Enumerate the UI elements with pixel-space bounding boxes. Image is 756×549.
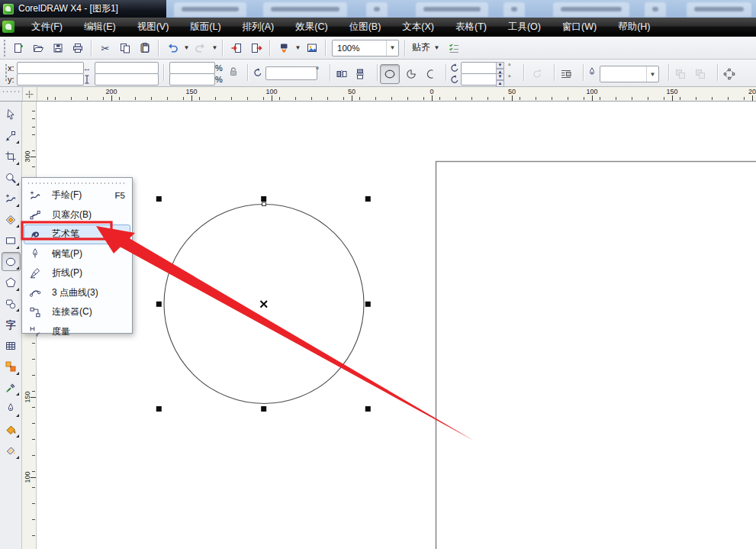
import-button[interactable] bbox=[227, 38, 246, 58]
x-position-field[interactable] bbox=[17, 62, 84, 74]
polygon-tool[interactable] bbox=[2, 273, 21, 292]
flyout-item-6[interactable]: 3 点曲线(3) bbox=[24, 283, 130, 303]
ruler-origin-icon[interactable] bbox=[22, 87, 37, 101]
crop-tool[interactable] bbox=[2, 147, 21, 166]
mirror-vertical-button[interactable] bbox=[351, 65, 369, 83]
rotation-angle-field[interactable] bbox=[265, 66, 317, 80]
flyout-item-8[interactable]: I度量 bbox=[24, 322, 130, 342]
view-options-button[interactable] bbox=[444, 38, 464, 58]
export-button[interactable] bbox=[246, 38, 266, 58]
toolbar-separator bbox=[404, 40, 406, 57]
zoom-dropdown-icon[interactable]: ▼ bbox=[386, 40, 398, 56]
to-front-of-layer-button[interactable] bbox=[691, 65, 709, 83]
snap-dropdown-icon[interactable]: ▼ bbox=[433, 44, 441, 51]
menu-item-2[interactable]: 编辑(E) bbox=[73, 18, 127, 36]
interactive-fill-tool[interactable] bbox=[2, 441, 21, 460]
cut-button[interactable]: ✂ bbox=[95, 38, 115, 58]
wrap-text-button[interactable] bbox=[557, 65, 575, 83]
menu-item-7[interactable]: 位图(B) bbox=[339, 18, 392, 36]
menu-item-6[interactable]: 效果(C) bbox=[285, 18, 338, 36]
outline-width-combo[interactable]: ▼ bbox=[600, 66, 659, 82]
print-button[interactable] bbox=[68, 38, 88, 58]
application-launcher-button[interactable] bbox=[274, 38, 294, 58]
fill-tool[interactable] bbox=[2, 420, 21, 439]
horizontal-ruler[interactable]: 2001501005005010015020 bbox=[37, 87, 756, 101]
end-angle-field[interactable] bbox=[461, 73, 499, 86]
flyout-item-3[interactable]: 艺术笔I bbox=[24, 224, 130, 244]
mirror-horizontal-button[interactable] bbox=[333, 65, 351, 83]
scale-horizontal-field[interactable] bbox=[169, 62, 215, 74]
menu-item-10[interactable]: 工具(O) bbox=[497, 18, 552, 36]
background-tab[interactable] bbox=[687, 2, 751, 17]
toolbox-drag-handle[interactable] bbox=[0, 87, 23, 101]
background-tab[interactable] bbox=[503, 2, 525, 17]
object-width-field[interactable] bbox=[95, 62, 159, 74]
freehand-tool[interactable] bbox=[2, 189, 21, 208]
lock-ratio-icon[interactable] bbox=[227, 66, 240, 78]
interactive-blend-tool[interactable] bbox=[2, 357, 21, 376]
copy-button[interactable] bbox=[115, 38, 135, 58]
end-angle-spinner[interactable]: ▼▲ bbox=[496, 73, 504, 87]
zoom-level-combo[interactable]: 100%▼ bbox=[332, 40, 399, 57]
background-tab[interactable] bbox=[416, 2, 488, 17]
menu-item-8[interactable]: 文本(X) bbox=[391, 18, 445, 36]
to-back-of-layer-button[interactable] bbox=[671, 65, 690, 83]
pick-tool[interactable] bbox=[2, 105, 21, 124]
toolbar-grip[interactable] bbox=[2, 40, 7, 57]
coreldraw-window: CorelDRAW X4 - [图形1] 文件(F)编辑(E)视图(V)版面(L… bbox=[0, 0, 756, 549]
ellipse-mode-button[interactable] bbox=[380, 64, 400, 84]
undo-button[interactable] bbox=[162, 38, 182, 58]
background-tab[interactable] bbox=[174, 2, 246, 17]
redo-button[interactable] bbox=[191, 38, 211, 58]
flyout-item-7[interactable]: 连接器(C) bbox=[24, 302, 130, 322]
arc-mode-button[interactable] bbox=[421, 65, 439, 83]
table-tool[interactable] bbox=[2, 336, 21, 355]
zoom-tool[interactable] bbox=[2, 168, 21, 187]
welcome-screen-button[interactable] bbox=[302, 38, 322, 58]
shape-tool[interactable] bbox=[2, 126, 21, 145]
outline-tool[interactable] bbox=[2, 399, 21, 418]
smart-fill-tool[interactable] bbox=[2, 210, 21, 229]
change-direction-button[interactable] bbox=[528, 65, 546, 83]
undo-dropdown[interactable]: ▼ bbox=[182, 44, 191, 51]
drawing-canvas[interactable] bbox=[37, 102, 756, 549]
background-tab[interactable] bbox=[263, 2, 347, 17]
scale-vertical-field[interactable] bbox=[169, 73, 215, 86]
menu-item-3[interactable]: 视图(V) bbox=[127, 18, 180, 36]
new-document-button[interactable] bbox=[8, 38, 28, 58]
redo-dropdown[interactable]: ▼ bbox=[211, 44, 219, 51]
text-tool[interactable]: 字 bbox=[2, 315, 21, 334]
menu-item-11[interactable]: 窗口(W) bbox=[552, 18, 607, 36]
pie-mode-button[interactable] bbox=[402, 65, 420, 83]
outline-width-dropdown-icon[interactable]: ▼ bbox=[646, 66, 658, 82]
pie-mode-icon bbox=[405, 68, 417, 80]
background-tab[interactable] bbox=[366, 2, 388, 17]
open-document-button[interactable] bbox=[28, 38, 48, 58]
flyout-item-5[interactable]: 折线(P) bbox=[24, 263, 130, 283]
launcher-dropdown[interactable]: ▼ bbox=[294, 44, 302, 51]
flyout-item-2[interactable]: 贝塞尔(B) bbox=[24, 205, 130, 225]
flyout-item-1[interactable]: 手绘(F)F5 bbox=[24, 186, 130, 205]
menu-item-12[interactable]: 帮助(H) bbox=[607, 18, 661, 36]
menu-item-9[interactable]: 表格(T) bbox=[445, 18, 497, 36]
start-angle-field[interactable] bbox=[461, 62, 499, 74]
rectangle-tool[interactable] bbox=[2, 231, 21, 250]
paste-button[interactable] bbox=[135, 38, 155, 58]
menu-item-1[interactable]: 文件(F) bbox=[21, 18, 73, 36]
ellipse-tool[interactable] bbox=[2, 252, 21, 271]
object-height-field[interactable] bbox=[95, 73, 159, 86]
flyout-tear-off-handle[interactable] bbox=[27, 180, 127, 185]
snap-to-button[interactable]: 贴齐▼ bbox=[409, 40, 444, 56]
flyout-item-4[interactable]: 钢笔(P) bbox=[24, 244, 130, 264]
basic-shapes-tool[interactable] bbox=[2, 294, 21, 313]
eyedropper-tool[interactable] bbox=[2, 378, 21, 397]
menu-item-5[interactable]: 排列(A) bbox=[232, 18, 285, 36]
background-tab[interactable] bbox=[645, 2, 666, 17]
convert-to-curves-button[interactable] bbox=[720, 65, 738, 83]
save-document-button[interactable] bbox=[48, 38, 68, 58]
toolbar-separator bbox=[222, 40, 224, 57]
menu-item-4[interactable]: 版面(L) bbox=[179, 18, 231, 36]
y-label: y: bbox=[8, 75, 14, 84]
background-tab[interactable] bbox=[553, 2, 629, 17]
y-position-field[interactable] bbox=[17, 73, 84, 86]
